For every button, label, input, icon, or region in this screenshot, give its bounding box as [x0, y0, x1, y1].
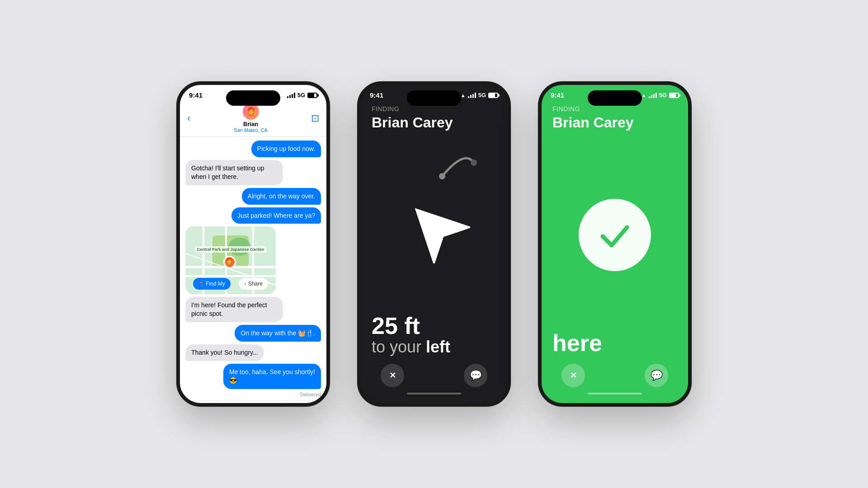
bottom-action-buttons-3: ✕ 💬 — [552, 364, 677, 393]
time-display-2: 9:41 — [370, 91, 383, 99]
message-bubble: Picking up food now. — [251, 141, 321, 157]
message-bubble: Alright, on the way over. — [242, 188, 321, 205]
home-indicator-2 — [407, 393, 461, 394]
dynamic-island-3 — [588, 90, 642, 106]
finding-label: FINDING — [372, 105, 496, 113]
message-input-field[interactable]: iMessage 🎙 — [203, 405, 321, 407]
findmy-screen: FINDING Brian Carey 25 ft to your left — [361, 102, 507, 393]
here-label: here — [552, 329, 677, 364]
svg-marker-10 — [398, 191, 470, 263]
contact-name: Brian — [243, 121, 258, 127]
network-label-3: 5G — [659, 92, 667, 99]
battery-icon — [307, 93, 317, 98]
message-bubble: Thank you! So hungry... — [185, 344, 264, 361]
svg-point-8 — [439, 173, 445, 179]
contact-location: San Mateo, CA — [234, 127, 268, 133]
dynamic-island-2 — [407, 90, 461, 106]
message-bubble: I'm here! Found the perfect picnic spot. — [185, 297, 283, 322]
map-location-label: Central Park and Japanese Garden — [194, 247, 267, 252]
message-button-3[interactable]: 💬 — [645, 364, 668, 387]
phone-findmy-found: 9:41 ▲ 5G FINDING Brian Carey — [538, 81, 692, 407]
signal-icon — [287, 93, 295, 98]
status-icons-3: ▲ 5G — [642, 92, 679, 99]
location-icon-3: ▲ — [642, 93, 646, 98]
close-button[interactable]: ✕ — [381, 364, 404, 387]
finding-label-3: FINDING — [552, 105, 677, 113]
message-input-bar: + iMessage 🎙 — [180, 401, 326, 407]
battery-icon-2 — [488, 93, 498, 98]
delivered-status: Delivered — [300, 392, 321, 397]
battery-icon-3 — [669, 93, 679, 98]
message-button[interactable]: 💬 — [464, 364, 487, 387]
phone-findmy-searching: 9:41 ▲ 5G FINDING Brian Carey — [357, 81, 511, 407]
check-circle — [579, 199, 651, 271]
message-bubble: On the way with the 🧺🍴. — [235, 325, 321, 342]
bottom-action-buttons: ✕ 💬 — [372, 364, 496, 393]
direction-display — [372, 140, 496, 314]
share-location-button[interactable]: ↑ Share — [239, 278, 268, 290]
distance-value: 25 ft — [372, 314, 496, 338]
svg-point-9 — [471, 160, 477, 166]
dynamic-island-1 — [226, 90, 280, 106]
location-icon: ▲ — [461, 93, 466, 98]
status-icons: 5G — [287, 92, 317, 99]
home-indicator-3 — [588, 393, 642, 394]
avatar: 🧑‍🦰 — [243, 103, 259, 120]
contact-info[interactable]: 🧑‍🦰 Brian San Mateo, CA — [234, 103, 268, 133]
signal-icon-3 — [649, 93, 657, 98]
person-name: Brian Carey — [372, 114, 496, 131]
messages-list: Picking up food now. Gotcha! I'll start … — [180, 137, 326, 401]
video-call-button[interactable]: ⊡ — [311, 113, 319, 124]
add-attachment-button[interactable]: + — [185, 405, 199, 407]
message-bubble: Just parked! Where are ya? — [231, 207, 321, 224]
location-map-bubble[interactable]: Central Park and Japanese Garden 🧑‍🦰 📍 F… — [185, 226, 276, 294]
find-my-button[interactable]: 📍 Find My — [193, 278, 231, 290]
distance-info: 25 ft to your left — [372, 314, 496, 364]
close-button-3[interactable]: ✕ — [561, 364, 585, 387]
findmy-found-screen: FINDING Brian Carey here ✕ 💬 — [542, 102, 688, 393]
time-display-3: 9:41 — [551, 91, 564, 99]
message-bubble: Me too, haha. See you shortly! 😎 — [223, 364, 321, 389]
network-label-2: 5G — [478, 92, 486, 99]
time-display: 9:41 — [189, 91, 203, 99]
network-label: 5G — [297, 92, 305, 99]
phone-imessage: 9:41 5G ‹ 🧑‍🦰 Brian San Mateo, CA ⊡ Pick… — [176, 81, 330, 407]
person-name-3: Brian Carey — [552, 114, 677, 131]
map-actions: 📍 Find My ↑ Share — [185, 278, 276, 290]
message-bubble: Gotcha! I'll start setting up when I get… — [185, 160, 283, 185]
status-icons-2: ▲ 5G — [461, 92, 498, 99]
arc-indicator — [433, 145, 478, 181]
direction-description: to your left — [372, 338, 496, 357]
imessage-header: ‹ 🧑‍🦰 Brian San Mateo, CA ⊡ — [180, 102, 326, 137]
checkmark-icon — [594, 215, 635, 255]
back-button[interactable]: ‹ — [187, 113, 190, 124]
direction-arrow — [398, 191, 470, 263]
found-indicator — [552, 140, 677, 329]
signal-icon-2 — [468, 93, 476, 98]
